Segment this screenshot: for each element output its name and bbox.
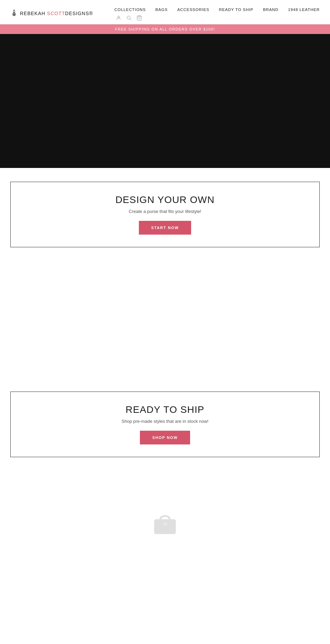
nav-link-brand[interactable]: BRAND [263,8,278,12]
promo-banner: FREE SHIPPING ON ALL ORDERS OVER $100! [0,24,330,34]
logo-text: REBEKAH SCOTTDESIGNS® [20,11,93,16]
promo-text: FREE SHIPPING ON ALL ORDERS OVER $100! [115,27,215,31]
svg-point-1 [127,16,130,19]
nav-links: COLLECTIONS BAGS ACCESSORIES READY TO SH… [114,6,320,12]
ready-to-ship-section: READY TO SHIP Shop pre-made styles that … [10,392,320,457]
nav-item-1948-leather[interactable]: 1948 LEATHER [288,6,320,12]
design-section-subtitle: Create a purse that fits your lifestyle! [18,209,312,214]
logo[interactable]: REBEKAH SCOTTDESIGNS® [10,9,93,18]
shop-now-button[interactable]: SHOP NOW [140,431,190,444]
nav-item-ready-to-ship[interactable]: READY TO SHIP [219,6,253,12]
site-header: REBEKAH SCOTTDESIGNS® COLLECTIONS BAGS A… [0,0,330,24]
nav-item-accessories[interactable]: ACCESSORIES [177,6,209,12]
design-section-title: DESIGN YOUR OWN [18,194,312,205]
nav-item-brand[interactable]: BRAND [263,6,278,12]
nav-link-collections[interactable]: COLLECTIONS [114,8,146,12]
bottom-area [0,471,330,574]
nav-item-collections[interactable]: COLLECTIONS [114,6,146,12]
design-your-own-section: DESIGN YOUR OWN Create a purse that fits… [10,182,320,247]
fleur-de-lis-icon [10,9,18,18]
handbag-icon [150,506,180,539]
ready-section-title: READY TO SHIP [18,404,312,415]
nav-icons [116,15,142,21]
account-icon[interactable] [116,15,121,21]
nav-link-ready-to-ship[interactable]: READY TO SHIP [219,8,253,12]
nav-link-accessories[interactable]: ACCESSORIES [177,8,209,12]
nav-link-bags[interactable]: BAGS [155,8,168,12]
svg-rect-4 [154,519,176,534]
main-nav: COLLECTIONS BAGS ACCESSORIES READY TO SH… [114,6,320,21]
hero-image [0,34,330,168]
cart-icon[interactable] [136,15,142,21]
svg-point-6 [164,523,166,525]
ready-section-subtitle: Shop pre-made styles that are in stock n… [18,419,312,424]
search-icon[interactable] [126,15,132,21]
start-now-button[interactable]: START NOW [139,221,191,235]
product-grid-area [0,261,330,378]
nav-link-1948-leather[interactable]: 1948 LEATHER [288,8,320,12]
svg-line-2 [130,19,131,20]
nav-item-bags[interactable]: BAGS [155,6,168,12]
svg-point-0 [118,16,119,18]
